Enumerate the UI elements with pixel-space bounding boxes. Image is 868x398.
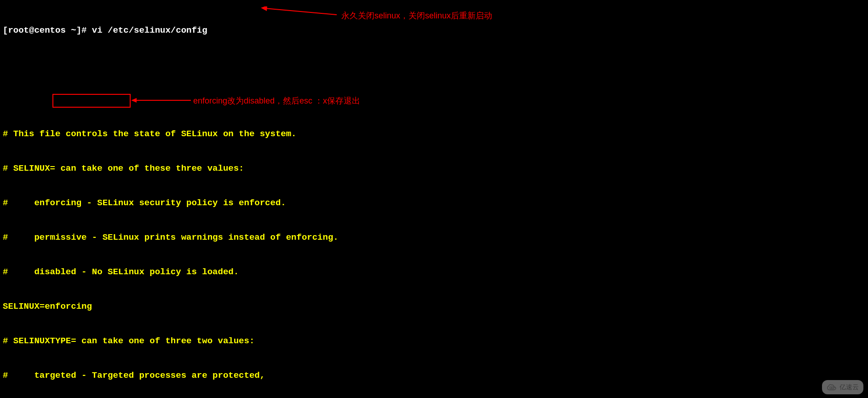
annotation-text: 永久关闭selinux，关闭selinux后重新启动 <box>341 10 492 22</box>
file-line: # disabled - No SELinux policy is loaded… <box>3 266 865 278</box>
file-line: # targeted - Targeted processes are prot… <box>3 370 865 381</box>
file-line: # This file controls the state of SELinu… <box>3 128 865 140</box>
svg-point-5 <box>832 386 834 388</box>
file-line: # enforcing - SELinux security policy is… <box>3 197 865 209</box>
file-content: # This file controls the state of SELinu… <box>3 59 865 398</box>
file-line: # permissive - SELinux prints warnings i… <box>3 232 865 243</box>
watermark-label: 亿速云 <box>839 381 859 393</box>
annotation-text: enforcing改为disabled，然后esc ：x保存退出 <box>193 95 360 107</box>
file-line-selinux: SELINUX=enforcing <box>3 301 865 312</box>
terminal-window[interactable]: [root@centos ~]# vi /etc/selinux/config … <box>0 0 868 398</box>
command-prompt: [root@centos ~]# vi /etc/selinux/config <box>3 25 865 36</box>
file-line: # SELINUX= can take one of these three v… <box>3 163 865 174</box>
file-line: # SELINUXTYPE= can take one of three two… <box>3 335 865 347</box>
cloud-icon <box>827 384 837 391</box>
watermark: 亿速云 <box>822 380 863 394</box>
